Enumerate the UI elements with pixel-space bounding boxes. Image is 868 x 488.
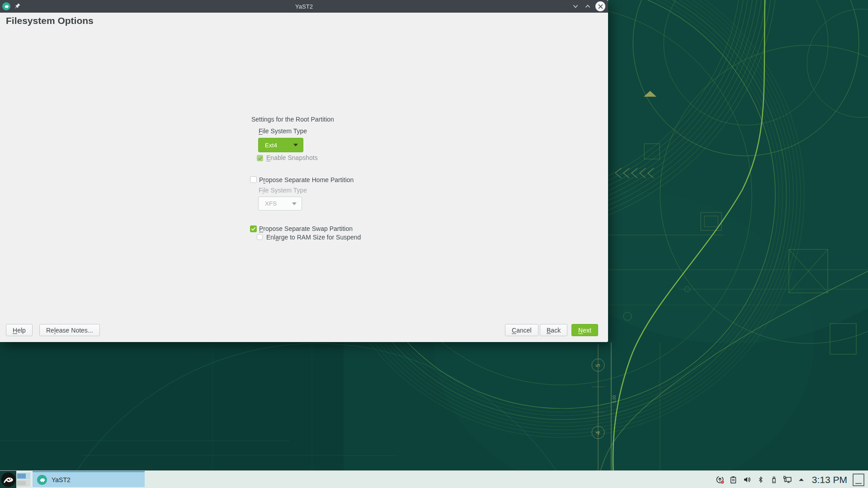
bluetooth-icon[interactable] <box>756 475 765 484</box>
filesystem-type-root-value: Ext4 <box>259 142 277 149</box>
next-button[interactable]: Next <box>571 324 598 336</box>
yast-geeko-icon <box>37 475 47 485</box>
task-button-yast2[interactable]: YaST2 <box>33 471 145 487</box>
help-button[interactable]: Help <box>6 324 33 336</box>
filesystem-type-home-value: XFS <box>259 200 277 207</box>
propose-swap-checkbox[interactable] <box>250 225 257 232</box>
wallpaper-marker: 5 <box>594 364 601 367</box>
volume-icon[interactable] <box>742 475 751 484</box>
clipboard-icon[interactable] <box>729 475 738 484</box>
back-button[interactable]: Back <box>540 324 567 336</box>
taskbar: YaST2 <box>0 470 868 488</box>
section-label-root-partition: Settings for the Root Partition <box>251 116 334 123</box>
display-connect-icon[interactable] <box>783 475 792 484</box>
enlarge-ram-checkbox[interactable] <box>257 234 263 240</box>
application-launcher-button[interactable] <box>0 471 16 488</box>
release-notes-button[interactable]: Release Notes... <box>39 324 100 336</box>
cancel-button[interactable]: Cancel <box>505 324 538 336</box>
filesystem-type-home-label: File System Type <box>259 187 307 194</box>
enlarge-ram-label[interactable]: Enlarge to RAM Size for Suspend <box>266 234 361 241</box>
close-icon[interactable] <box>595 1 605 11</box>
clock[interactable]: 3:13 PM <box>812 471 847 488</box>
filesystem-type-home-dropdown: XFS <box>258 197 302 211</box>
maximize-icon[interactable] <box>583 2 592 11</box>
enable-snapshots-label: Enable Snapshots <box>266 154 318 161</box>
minimize-icon[interactable] <box>571 2 580 11</box>
filesystem-type-root-label: File System Type <box>259 127 307 135</box>
opensuse-geeko-icon <box>1 472 16 487</box>
chevron-down-icon <box>293 144 298 146</box>
pager-window-thumbnail <box>17 481 26 485</box>
show-desktop-button[interactable] <box>853 474 864 486</box>
task-button-label: YaST2 <box>52 476 71 483</box>
enable-snapshots-checkbox <box>257 155 263 161</box>
software-updates-icon[interactable] <box>715 475 724 484</box>
expand-tray-icon[interactable] <box>797 475 806 484</box>
filesystem-type-root-dropdown[interactable]: Ext4 <box>258 138 303 152</box>
propose-swap-label[interactable]: Propose Separate Swap Partition <box>259 225 353 232</box>
system-tray <box>715 471 806 488</box>
wallpaper-marker: 4 <box>594 431 601 435</box>
virtual-desktop-pager[interactable] <box>17 471 30 488</box>
window-title: YaST2 <box>0 3 608 10</box>
wallpaper-marker: 5.00 <box>613 395 617 403</box>
yast2-window: YaST2 Filesystem Options Settings for th… <box>0 0 608 342</box>
desktop: 5 4 5.00 YaST2 <box>0 0 868 488</box>
page-title: Filesystem Options <box>6 15 94 26</box>
pager-desktop-2[interactable] <box>17 480 30 487</box>
pager-window-thumbnail <box>17 474 26 479</box>
propose-home-checkbox[interactable] <box>250 176 257 183</box>
pager-desktop-1[interactable] <box>17 473 30 479</box>
titlebar[interactable]: YaST2 <box>0 0 608 13</box>
usb-device-icon[interactable] <box>769 475 778 484</box>
chevron-down-icon <box>292 202 297 205</box>
propose-home-label[interactable]: Propose Separate Home Partition <box>259 176 354 183</box>
